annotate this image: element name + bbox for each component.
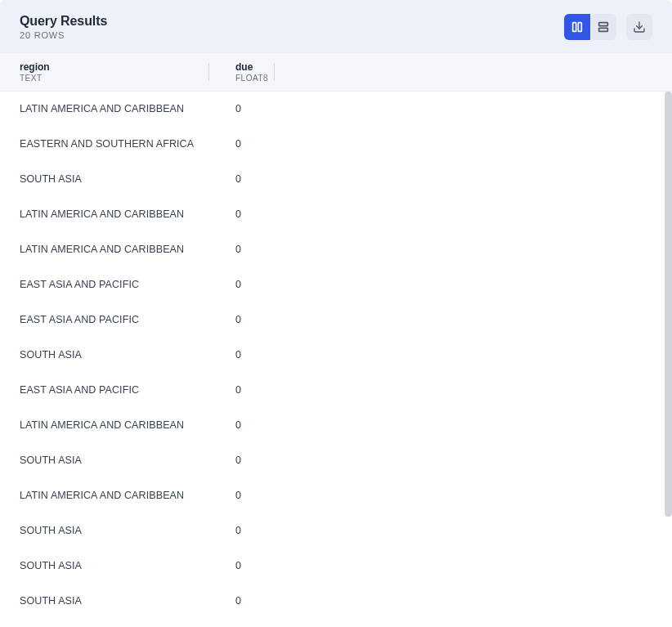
rows-view-button[interactable] [590, 14, 616, 40]
header-actions [564, 14, 652, 40]
table-body[interactable]: LATIN AMERICA AND CARIBBEAN0EASTERN AND … [0, 92, 672, 627]
download-icon [633, 20, 646, 34]
column-divider[interactable] [274, 63, 275, 81]
scrollbar-thumb[interactable] [665, 92, 672, 517]
results-header: Query Results 20 ROWS [0, 0, 672, 53]
table-row[interactable]: LATIN AMERICA AND CARIBBEAN0 [0, 232, 672, 267]
cell-due: 0 [216, 525, 281, 536]
view-toggle-group [564, 14, 616, 40]
table-row[interactable]: SOUTH ASIA0 [0, 513, 672, 549]
table-row[interactable]: LATIN AMERICA AND CARIBBEAN0 [0, 408, 672, 443]
table-row[interactable]: SOUTH ASIA0 [0, 584, 672, 619]
table-row[interactable]: SOUTH ASIA0 [0, 338, 672, 373]
cell-due: 0 [216, 103, 281, 114]
table-row[interactable]: SOUTH ASIA0 [0, 549, 672, 584]
scrollbar-track[interactable] [665, 92, 672, 517]
table-row[interactable]: LATIN AMERICA AND CARIBBEAN0 [0, 478, 672, 513]
cell-due: 0 [216, 173, 281, 185]
results-title: Query Results [20, 14, 107, 29]
table-row[interactable]: SOUTH ASIA0 [0, 162, 672, 197]
table-row[interactable]: SOUTH ASIA0 [0, 443, 672, 478]
svg-rect-1 [578, 23, 581, 32]
cell-due: 0 [216, 208, 281, 220]
cell-region: LATIN AMERICA AND CARIBBEAN [20, 419, 216, 431]
cell-region: LATIN AMERICA AND CARIBBEAN [20, 490, 216, 501]
column-type: TEXT [20, 74, 216, 83]
cell-region: EAST ASIA AND PACIFIC [20, 314, 216, 325]
cell-region: SOUTH ASIA [20, 525, 216, 536]
table-row[interactable]: LATIN AMERICA AND CARIBBEAN0 [0, 92, 672, 127]
header-titles: Query Results 20 ROWS [20, 14, 107, 40]
svg-rect-0 [573, 23, 576, 32]
cell-due: 0 [216, 595, 281, 607]
table-row[interactable]: LATIN AMERICA AND CARIBBEAN0 [0, 197, 672, 232]
cell-due: 0 [216, 384, 281, 396]
cell-due: 0 [216, 490, 281, 501]
cell-due: 0 [216, 314, 281, 325]
cell-region: EAST ASIA AND PACIFIC [20, 384, 216, 396]
cell-due: 0 [216, 560, 281, 571]
cell-region: SOUTH ASIA [20, 595, 216, 607]
svg-rect-3 [599, 28, 608, 31]
cell-due: 0 [216, 455, 281, 466]
svg-rect-2 [599, 23, 608, 26]
column-header-due[interactable]: due FLOAT8 [216, 61, 281, 83]
cell-due: 0 [216, 138, 281, 150]
table-row[interactable]: EAST ASIA AND PACIFIC0 [0, 302, 672, 338]
cell-region: LATIN AMERICA AND CARIBBEAN [20, 208, 216, 220]
columns-icon [571, 20, 584, 34]
cell-due: 0 [216, 349, 281, 361]
cell-due: 0 [216, 419, 281, 431]
cell-region: SOUTH ASIA [20, 349, 216, 361]
table-row[interactable]: EAST ASIA AND PACIFIC0 [0, 373, 672, 408]
column-name: region [20, 61, 216, 73]
cell-region: SOUTH ASIA [20, 560, 216, 571]
row-count-label: 20 ROWS [20, 30, 107, 40]
table-row[interactable]: EASTERN AND SOUTHERN AFRICA0 [0, 127, 672, 162]
cell-region: SOUTH ASIA [20, 173, 216, 185]
table-header-row: region TEXT due FLOAT8 [0, 53, 672, 92]
cell-region: EASTERN AND SOUTHERN AFRICA [20, 138, 216, 150]
cell-region: SOUTH ASIA [20, 455, 216, 466]
cell-region: LATIN AMERICA AND CARIBBEAN [20, 103, 216, 114]
cell-region: EAST ASIA AND PACIFIC [20, 279, 216, 290]
cell-region: LATIN AMERICA AND CARIBBEAN [20, 244, 216, 255]
cell-due: 0 [216, 244, 281, 255]
cell-due: 0 [216, 279, 281, 290]
download-button[interactable] [626, 14, 652, 40]
rows-icon [597, 20, 610, 34]
column-divider[interactable] [208, 63, 209, 81]
columns-view-button[interactable] [564, 14, 590, 40]
table-row[interactable]: EAST ASIA AND PACIFIC0 [0, 267, 672, 302]
column-header-region[interactable]: region TEXT [20, 61, 216, 83]
